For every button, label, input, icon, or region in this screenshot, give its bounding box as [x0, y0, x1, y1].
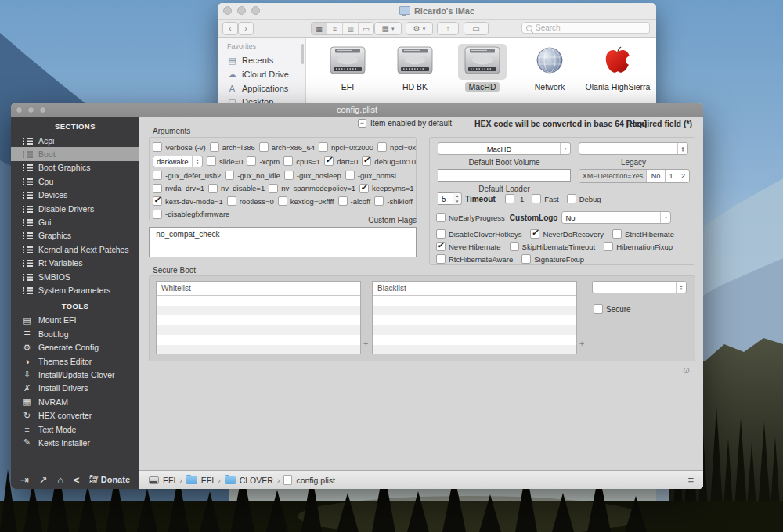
sidebar-scrollbar[interactable]: [301, 44, 304, 64]
checkbox-fast[interactable]: Fast: [532, 194, 558, 203]
action-menu-button[interactable]: ⚙▾: [406, 22, 433, 35]
checkbox-shikioff[interactable]: -shikioff: [374, 196, 413, 206]
checkbox-noearlyprogress[interactable]: NoEarlyProgress: [436, 213, 505, 222]
xmp-segment-1[interactable]: 1: [666, 170, 677, 182]
checkbox-secure[interactable]: Secure: [594, 304, 631, 314]
xmp-segment-no[interactable]: No: [647, 170, 666, 182]
checkbox-nv-disable-1[interactable]: nv_disable=1: [208, 184, 265, 193]
legacy-select[interactable]: ▴▾: [579, 142, 688, 155]
checkbox-stricthibernate[interactable]: StrictHibernate: [612, 229, 674, 239]
drive-machd[interactable]: MacHD: [449, 44, 516, 92]
close-button[interactable]: [16, 106, 23, 113]
clover-titlebar[interactable]: config.plist: [11, 103, 703, 117]
tool-install-drivers[interactable]: ✗Install Drivers: [11, 382, 139, 395]
sidebar-item-devices[interactable]: Devices: [11, 189, 139, 202]
checkbox-neverdorecovery[interactable]: NeverDoRecovery: [530, 229, 604, 239]
checkbox-dart-0[interactable]: dart=0: [324, 156, 358, 166]
breadcrumb-clover-folder[interactable]: CLOVER: [225, 476, 273, 485]
group-by-button[interactable]: ▦▾: [374, 22, 402, 35]
checkbox-debug-0x100[interactable]: debug=0x100: [362, 156, 417, 166]
default-boot-volume-select[interactable]: MacHD▾: [438, 142, 571, 155]
tool-text-mode[interactable]: ≡Text Mode: [11, 422, 139, 436]
drive-hdbk[interactable]: HD BK: [381, 44, 449, 92]
tool-hex-converter[interactable]: ↻HEX converter: [11, 408, 139, 422]
blacklist-table[interactable]: Blacklist: [372, 281, 577, 354]
checkbox-arch-x86-64[interactable]: arch=x86_64: [259, 142, 315, 152]
checkbox-gux-nomsi[interactable]: -gux_nomsi: [345, 171, 396, 180]
tool-mount-efi[interactable]: ▤Mount EFI: [11, 314, 139, 327]
eye-icon[interactable]: ⊙: [683, 365, 690, 376]
breadcrumb-config-file[interactable]: config.plist: [283, 475, 335, 485]
tool-themes-editor[interactable]: ◑Themes Editor: [11, 354, 139, 368]
checkbox-gux-no-idle[interactable]: -gux_no_idle: [225, 171, 280, 180]
share-icon[interactable]: <: [74, 474, 80, 486]
tool-install-update-clover[interactable]: ⇩Install/Update Clover: [11, 368, 139, 381]
minimize-button[interactable]: [27, 106, 34, 113]
checkbox-verbose[interactable]: Verbose (-v): [153, 142, 206, 152]
customlogo-select[interactable]: No▾: [561, 211, 671, 224]
drive-olarila[interactable]: Olarila HighSierra: [579, 44, 656, 92]
sidebar-item-kernel-kext-patches[interactable]: Kernel and Kext Patches: [11, 243, 139, 256]
back-button[interactable]: ‹: [222, 22, 238, 35]
whitelist-table[interactable]: Whitelist: [156, 281, 361, 354]
finder-titlebar[interactable]: Ricardo's iMac: [218, 3, 656, 20]
open-config-icon[interactable]: ⇥: [20, 474, 29, 486]
checkbox-nv-spanmodepolicy-1[interactable]: nv_spanmodepolicy=1: [269, 184, 355, 193]
sidebar-item-icloud[interactable]: ☁iCloud Drive: [218, 67, 305, 81]
menu-icon[interactable]: ≡: [687, 474, 694, 486]
sidebar-item-boot-graphics[interactable]: Boot Graphics: [11, 161, 139, 174]
sidebar-item-cpu[interactable]: Cpu: [11, 174, 139, 188]
drive-efi[interactable]: EFI: [314, 44, 381, 92]
sidebar-item-applications[interactable]: AApplications: [218, 81, 305, 95]
checkbox-npci-0x2000[interactable]: npci=0x2000: [319, 142, 373, 152]
sidebar-item-system-parameters[interactable]: System Parameters: [11, 283, 139, 297]
zoom-button[interactable]: [251, 6, 260, 15]
add-button[interactable]: +: [363, 340, 368, 347]
checkbox-cpus-1[interactable]: cpus=1: [283, 156, 320, 166]
forward-button[interactable]: ›: [238, 22, 254, 35]
custom-flags-textarea[interactable]: -no_compat_check: [149, 227, 417, 257]
timeout-stepper[interactable]: ▴▾: [453, 192, 462, 205]
tag-button[interactable]: ▭: [464, 22, 489, 35]
checkbox-nvda-drv-1[interactable]: nvda_drv=1: [153, 184, 204, 193]
sidebar-item-acpi[interactable]: Acpi: [11, 134, 139, 147]
sidebar-item-boot[interactable]: Boot: [11, 147, 139, 160]
tool-kexts-installer[interactable]: ✎Kexts Installer: [11, 436, 139, 449]
sidebar-item-rt-variables[interactable]: Rt Variables: [11, 257, 139, 270]
checkbox-gux-nosleep[interactable]: -gux_nosleep: [284, 171, 341, 180]
secure-boot-policy-select[interactable]: ▴▾: [592, 281, 687, 293]
close-button[interactable]: [223, 6, 232, 15]
checkbox-rootless-0[interactable]: rootless=0: [227, 196, 274, 206]
coverflow-view-button[interactable]: ▭: [359, 23, 373, 34]
checkbox-timeout-minus1[interactable]: -1: [505, 194, 524, 203]
checkbox-skiphibernatetimeout[interactable]: SkipHibernateTimeout: [510, 242, 596, 251]
sidebar-item-gui[interactable]: Gui: [11, 215, 139, 228]
minimize-button[interactable]: [237, 6, 246, 15]
xmp-segment-yes[interactable]: XMPDetection=Yes: [579, 170, 647, 182]
checkbox-keepsyms-1[interactable]: keepsyms=1: [359, 184, 414, 193]
drive-network[interactable]: Network: [516, 44, 583, 92]
tool-nvram[interactable]: ▦NVRAM: [11, 395, 139, 408]
checkbox-gux-defer-usb2[interactable]: -gux_defer_usb2: [153, 171, 221, 180]
list-view-button[interactable]: ≡: [327, 23, 343, 34]
checkbox-disablecloverhotkeys[interactable]: DisableCloverHotkeys: [436, 229, 521, 239]
checkbox-npci-0x3000[interactable]: npci=0x3000: [377, 142, 417, 152]
share-button[interactable]: ↑: [437, 22, 459, 35]
breadcrumb-disk[interactable]: EFI: [149, 476, 175, 485]
darkwake-select[interactable]: darkwake▴▾: [153, 156, 203, 167]
timeout-field[interactable]: 5: [438, 192, 453, 205]
sidebar-item-disable-drivers[interactable]: Disable Drivers: [11, 202, 139, 215]
checkbox-rtchibernateaware[interactable]: RtcHibernateAware: [436, 254, 513, 264]
checkbox-xcpm[interactable]: -xcpm: [247, 156, 280, 166]
search-field[interactable]: Search: [521, 22, 650, 34]
zoom-button[interactable]: [39, 106, 46, 113]
add-button[interactable]: +: [579, 340, 584, 347]
checkbox-kextlog[interactable]: kextlog=0xffff: [278, 196, 334, 206]
checkbox-signaturefixup[interactable]: SignatureFixup: [521, 254, 584, 264]
checkbox-debug[interactable]: Debug: [567, 194, 601, 203]
column-view-button[interactable]: ▥: [343, 23, 359, 34]
checkbox-neverhibernate[interactable]: NeverHibernate: [436, 242, 501, 251]
xmp-segment-2[interactable]: 2: [677, 170, 689, 182]
tool-boot-log[interactable]: ≣Boot.log: [11, 327, 139, 340]
default-loader-field[interactable]: [438, 169, 571, 182]
